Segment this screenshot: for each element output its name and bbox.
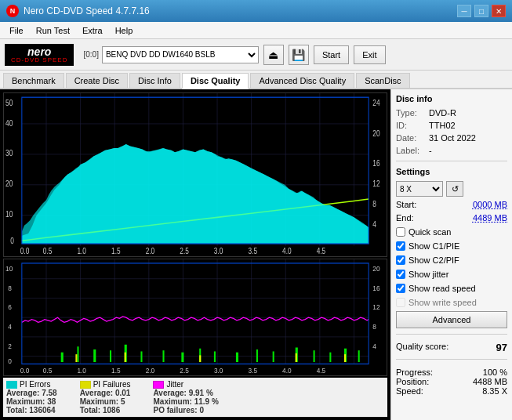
svg-rect-67 — [256, 349, 258, 362]
svg-rect-57 — [77, 346, 78, 362]
upper-chart-svg: 50 40 30 20 10 0 24 20 16 12 8 4 0.0 0.5… — [4, 93, 387, 256]
drive-dropdown[interactable]: BENQ DVD DD DW1640 BSLB — [102, 46, 259, 63]
end-mb-value[interactable]: 4489 MB — [473, 213, 507, 223]
c2-pif-checkbox[interactable] — [396, 255, 405, 265]
maximize-button[interactable]: □ — [474, 5, 488, 17]
jitter-row: Show jitter — [396, 270, 507, 279]
svg-rect-73 — [358, 350, 360, 362]
pi-errors-max: Maximum: 38 — [6, 397, 57, 406]
progress-row: Progress: 100 % — [396, 368, 507, 377]
svg-text:3.0: 3.0 — [214, 366, 223, 375]
disc-label-value: - — [429, 146, 432, 155]
legend-pi-failures: PI Failures Average: 0.01 Maximum: 5 Tot… — [80, 380, 131, 415]
type-label: Type: — [396, 108, 426, 118]
svg-text:4.5: 4.5 — [317, 246, 326, 255]
svg-rect-65 — [214, 351, 216, 362]
minimize-button[interactable]: ─ — [457, 5, 471, 17]
read-speed-checkbox[interactable] — [396, 284, 405, 293]
start-button[interactable]: Start — [314, 45, 349, 64]
jitter-avg: Average: 9.91 % — [153, 389, 218, 397]
title-bar: N Nero CD-DVD Speed 4.7.7.16 ─ □ ✕ — [0, 0, 512, 22]
svg-text:4: 4 — [372, 342, 376, 350]
svg-text:2.5: 2.5 — [180, 366, 189, 375]
refresh-button[interactable]: ↺ — [446, 181, 463, 197]
svg-rect-61 — [140, 351, 142, 362]
pi-failures-avg: Average: 0.01 — [80, 389, 131, 397]
pi-errors-total: Total: 136064 — [6, 406, 57, 415]
menu-run-test[interactable]: Run Test — [30, 24, 76, 37]
jitter-checkbox[interactable] — [396, 270, 405, 279]
menu-help[interactable]: Help — [109, 24, 140, 37]
quick-scan-row: Quick scan — [396, 227, 507, 237]
lower-chart-svg: 10 8 6 4 2 0 20 16 12 8 4 0.0 0.5 1.0 1.… — [4, 259, 387, 375]
menu-extra[interactable]: Extra — [76, 24, 109, 37]
svg-rect-58 — [93, 349, 96, 362]
menu-file[interactable]: File — [3, 24, 30, 37]
save-button[interactable]: 💾 — [289, 45, 309, 65]
start-mb-value[interactable]: 0000 MB — [473, 200, 507, 209]
divider-3 — [396, 359, 507, 360]
svg-text:20: 20 — [372, 129, 379, 138]
tab-scan-disc[interactable]: ScanDisc — [356, 73, 409, 88]
tab-advanced-disc-quality[interactable]: Advanced Disc Quality — [250, 73, 354, 88]
svg-rect-70 — [314, 350, 315, 362]
tab-benchmark[interactable]: Benchmark — [3, 73, 64, 88]
tab-create-disc[interactable]: Create Disc — [66, 73, 128, 88]
quick-scan-label: Quick scan — [409, 227, 451, 237]
svg-text:4: 4 — [372, 219, 376, 229]
pi-failures-total: Total: 1086 — [80, 406, 131, 415]
type-value: DVD-R — [429, 108, 456, 118]
svg-text:0.5: 0.5 — [43, 366, 53, 375]
menu-bar: File Run Test Extra Help — [0, 22, 512, 39]
tab-disc-quality[interactable]: Disc Quality — [182, 73, 249, 89]
close-button[interactable]: ✕ — [492, 5, 506, 17]
svg-rect-76 — [199, 355, 201, 362]
svg-text:10: 10 — [5, 209, 13, 219]
svg-text:1.0: 1.0 — [77, 366, 86, 375]
svg-text:2: 2 — [8, 342, 12, 350]
date-value: 31 Oct 2022 — [429, 133, 476, 143]
position-label: Position: — [396, 377, 429, 386]
svg-text:20: 20 — [5, 179, 13, 188]
svg-text:4: 4 — [8, 322, 12, 331]
exit-button[interactable]: Exit — [354, 45, 385, 64]
right-panel: Disc info Type: DVD-R ID: TTH02 Date: 31… — [390, 89, 512, 420]
disc-label-row: Label: - — [396, 146, 507, 155]
svg-rect-62 — [162, 350, 164, 362]
svg-rect-77 — [296, 353, 297, 362]
c2-pif-label: Show C2/PIF — [409, 255, 459, 265]
quality-row: Quality score: 97 — [396, 342, 507, 353]
speed-dropdown[interactable]: 8 X Max 2 X 4 X 12 X 16 X — [396, 181, 443, 197]
svg-text:1.5: 1.5 — [111, 246, 121, 255]
quality-label: Quality score: — [396, 342, 448, 353]
svg-text:0: 0 — [8, 357, 12, 366]
eject-button[interactable]: ⏏ — [263, 45, 284, 65]
c2-pif-row: Show C2/PIF — [396, 255, 507, 265]
advanced-button[interactable]: Advanced — [396, 311, 507, 328]
start-mb-label: Start: — [396, 200, 416, 209]
upper-chart: 50 40 30 20 10 0 24 20 16 12 8 4 0.0 0.5… — [3, 92, 387, 257]
svg-text:30: 30 — [5, 149, 13, 158]
progress-label: Progress: — [396, 368, 433, 377]
svg-rect-75 — [125, 352, 126, 361]
svg-rect-78 — [344, 354, 346, 362]
pi-errors-color-box — [6, 381, 17, 389]
write-speed-checkbox — [396, 298, 405, 307]
svg-text:1.5: 1.5 — [111, 366, 121, 375]
svg-text:0.0: 0.0 — [20, 246, 30, 255]
svg-text:16: 16 — [372, 159, 379, 168]
quick-scan-checkbox[interactable] — [396, 227, 405, 237]
quality-score: 97 — [496, 342, 507, 353]
position-value: 4488 MB — [473, 377, 507, 386]
disc-label-label: Label: — [396, 146, 426, 155]
pi-errors-avg: Average: 7.58 — [6, 389, 57, 397]
svg-text:8: 8 — [8, 284, 12, 292]
tab-disc-info[interactable]: Disc Info — [129, 73, 180, 88]
svg-text:6: 6 — [8, 302, 12, 311]
toolbar: nero CD-DVD SPEED [0:0] BENQ DVD DD DW16… — [0, 39, 512, 71]
svg-text:3.5: 3.5 — [248, 366, 257, 375]
tab-bar: Benchmark Create Disc Disc Info Disc Qua… — [0, 71, 512, 89]
speed-row: 8 X Max 2 X 4 X 12 X 16 X ↺ — [396, 181, 507, 197]
position-row: Position: 4488 MB — [396, 377, 507, 386]
c1-pie-checkbox[interactable] — [396, 241, 405, 251]
